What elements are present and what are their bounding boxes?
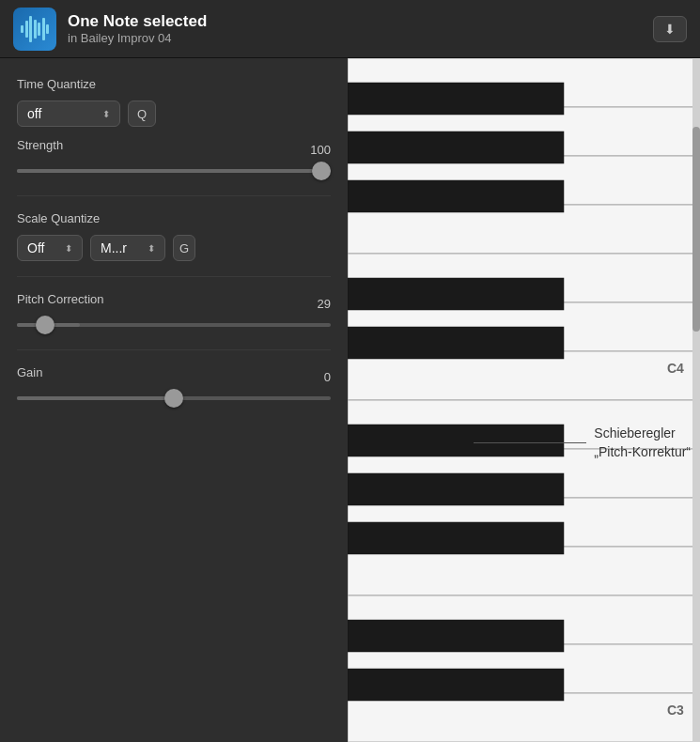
waveform-bar-7	[46, 24, 49, 34]
time-quantize-value: off	[27, 106, 41, 121]
scale-mode-dropdown[interactable]: M...r ⬍	[90, 235, 165, 261]
divider-3	[17, 349, 331, 350]
svg-rect-16	[348, 180, 564, 212]
strength-fill	[17, 169, 331, 173]
pitch-correction-section: Pitch Correction 29	[17, 292, 331, 327]
pitch-correction-slider[interactable]	[17, 323, 331, 327]
scale-mode-value: M...r	[101, 240, 127, 255]
scale-quantize-label: Scale Quantize	[17, 211, 331, 225]
svg-rect-14	[348, 83, 564, 115]
svg-rect-15	[348, 131, 564, 163]
annotation-line	[474, 442, 586, 443]
body-area: Time Quantize off ⬍ Q Strength 100	[0, 58, 700, 742]
gain-fill	[17, 396, 167, 400]
gain-thumb[interactable]	[164, 389, 183, 408]
chevron-updown-icon-2: ⬍	[65, 243, 72, 254]
time-quantize-row: off ⬍ Q	[17, 100, 331, 127]
waveform-bar-2	[25, 21, 28, 38]
divider-2	[17, 276, 331, 277]
scale-off-value: Off	[27, 240, 44, 255]
strength-value: 100	[310, 143, 331, 157]
strength-label: Strength	[17, 138, 63, 152]
track-icon	[13, 8, 56, 51]
waveform-bar-4	[34, 20, 37, 39]
strength-thumb[interactable]	[312, 162, 331, 180]
strength-slider[interactable]	[17, 169, 331, 173]
scroll-thumb[interactable]	[692, 127, 700, 332]
header-text: One Note selected in Bailey Improv 04	[68, 12, 642, 45]
annotation-text: Schieberegler „Pitch-Korrektur“	[594, 425, 691, 461]
gain-value: 0	[324, 370, 331, 384]
svg-rect-18	[348, 327, 564, 359]
waveform-icon	[21, 16, 49, 42]
waveform-bar-6	[42, 18, 45, 40]
annotation-line1: Schieberegler	[594, 425, 691, 443]
q-button[interactable]: Q	[128, 100, 156, 127]
gain-header: Gain 0	[17, 365, 331, 389]
svg-rect-20	[348, 473, 564, 505]
annotation-line2: „Pitch-Korrektur“	[594, 443, 691, 462]
svg-rect-23	[348, 669, 564, 701]
divider-1	[17, 195, 331, 196]
pitch-correction-label: Pitch Correction	[17, 292, 103, 306]
gain-label: Gain	[17, 365, 42, 379]
header: One Note selected in Bailey Improv 04 ⬇	[0, 0, 700, 58]
chevron-updown-icon: ⬍	[102, 109, 110, 119]
pitch-thumb[interactable]	[36, 316, 54, 334]
annotation: Schieberegler „Pitch-Korrektur“	[474, 425, 691, 461]
scale-quantize-row: Off ⬍ M...r ⬍ G	[17, 235, 331, 261]
left-panel: Time Quantize off ⬍ Q Strength 100	[0, 58, 348, 742]
waveform-bar-3	[29, 16, 32, 42]
svg-rect-21	[348, 522, 564, 554]
strength-section: Strength 100	[17, 138, 331, 173]
c4-label: C4	[667, 361, 684, 376]
pitch-correction-value: 29	[318, 297, 331, 311]
waveform-bar-5	[38, 23, 40, 36]
piano-panel: .wk { fill: #f5f5f5; stroke: #aaa; strok…	[348, 58, 700, 742]
strength-header: Strength 100	[17, 138, 331, 162]
header-subtitle: in Bailey Improv 04	[68, 31, 642, 45]
collapse-button[interactable]: ⬇	[653, 16, 687, 42]
chevron-updown-icon-3: ⬍	[148, 243, 155, 254]
svg-rect-17	[348, 278, 564, 310]
pitch-correction-header: Pitch Correction 29	[17, 292, 331, 316]
piano-svg: .wk { fill: #f5f5f5; stroke: #aaa; strok…	[348, 58, 700, 742]
scroll-bar[interactable]	[692, 58, 700, 742]
header-title: One Note selected	[68, 12, 642, 31]
time-quantize-dropdown[interactable]: off ⬍	[17, 100, 120, 127]
svg-rect-22	[348, 620, 564, 652]
app-window: One Note selected in Bailey Improv 04 ⬇ …	[0, 0, 700, 742]
waveform-bar-1	[21, 25, 23, 33]
scale-off-dropdown[interactable]: Off ⬍	[17, 235, 83, 261]
g-button[interactable]: G	[173, 235, 195, 261]
gain-slider[interactable]	[17, 396, 331, 400]
c3-label: C3	[667, 703, 684, 718]
gain-section: Gain 0	[17, 365, 331, 400]
time-quantize-label: Time Quantize	[17, 77, 331, 91]
